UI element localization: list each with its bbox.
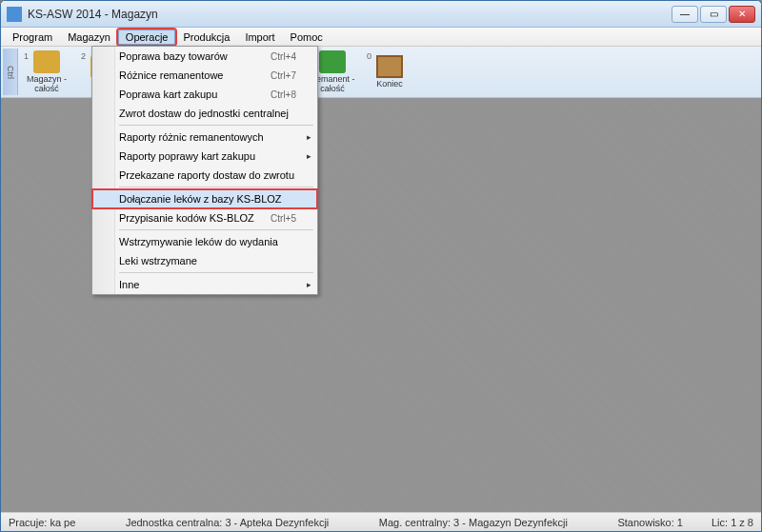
chevron-right-icon: ▸ [307, 151, 311, 161]
toolbar-num: 2 [81, 51, 86, 61]
toolbar-label: Magazyn - całość [20, 75, 73, 94]
dropdown-item[interactable]: Różnice remanentoweCtrl+7 [92, 66, 317, 85]
chevron-right-icon: ▸ [307, 280, 311, 289]
toolbar-num: 0 [367, 51, 371, 61]
menu-program[interactable]: Program [5, 30, 60, 45]
minimize-button[interactable]: — [672, 6, 698, 23]
menu-pomoc[interactable]: Pomoc [283, 30, 331, 45]
menu-import[interactable]: Import [237, 30, 282, 45]
close-button[interactable]: ✕ [729, 6, 755, 23]
maximize-button[interactable]: ▭ [700, 6, 727, 23]
dropdown-item[interactable]: Inne▸ [92, 275, 317, 294]
toolbar-num: 1 [24, 51, 29, 61]
status-user: Pracuje: ka pe [9, 517, 75, 528]
window-buttons: — ▭ ✕ [672, 6, 755, 23]
dropdown-item[interactable]: Zwrot dostaw do jednostki centralnej [92, 104, 317, 123]
dropdown-shortcut: Ctrl+5 [271, 213, 296, 224]
dropdown-label: Różnice remanentowe [119, 69, 271, 81]
titlebar: KS-ASW 2014 - Magazyn — ▭ ✕ [1, 1, 761, 28]
dropdown-label: Poprawa bazy towarów [119, 50, 271, 62]
status-station: Stanowisko: 1 [617, 517, 682, 528]
dropdown-label: Leki wstrzymane [119, 255, 296, 266]
dropdown-item[interactable]: Poprawa kart zakupuCtrl+8 [92, 85, 317, 104]
toolbar-button-0[interactable]: 0Koniec [362, 49, 417, 95]
dropdown-item[interactable]: Dołączanie leków z bazy KS-BLOZ [92, 189, 317, 208]
ctrl-indicator: Ctrl [3, 49, 18, 95]
app-icon [7, 7, 22, 22]
dropdown-shortcut: Ctrl+4 [271, 51, 296, 62]
menu-operacje[interactable]: Operacje [118, 30, 176, 45]
dropdown-shortcut: Ctrl+7 [271, 70, 296, 81]
dropdown-label: Raporty poprawy kart zakupu [119, 150, 296, 162]
dropdown-item[interactable]: Przypisanie kodów KS-BLOZCtrl+5 [92, 208, 317, 227]
dropdown-items: Poprawa bazy towarówCtrl+4Różnice remane… [92, 47, 317, 294]
dropdown-label: Poprawa kart zakupu [119, 89, 271, 100]
dropdown-label: Wstrzymywanie leków do wydania [119, 236, 296, 247]
dropdown-label: Zwrot dostaw do jednostki centralnej [119, 108, 296, 119]
menubar: ProgramMagazynOperacjeProdukcjaImportPom… [1, 28, 761, 47]
dropdown-label: Raporty różnic remanentowych [119, 131, 296, 143]
dropdown-shortcut: Ctrl+8 [271, 89, 296, 100]
chevron-right-icon: ▸ [307, 132, 311, 142]
status-central-unit: Jednostka centralna: 3 - Apteka Dezynfek… [126, 517, 329, 528]
window-title: KS-ASW 2014 - Magazyn [28, 8, 672, 21]
statusbar: Pracuje: ka pe Jednostka centralna: 3 - … [1, 512, 761, 531]
toolbar-label: Koniec [376, 80, 403, 89]
status-mag-central: Mag. centralny: 3 - Magazyn Dezynfekcji [379, 517, 568, 528]
dropdown-item[interactable]: Raporty różnic remanentowych▸ [92, 128, 317, 147]
menu-magazyn[interactable]: Magazyn [60, 30, 118, 45]
dropdown-separator [119, 125, 313, 126]
operacje-dropdown: Poprawa bazy towarówCtrl+4Różnice remane… [91, 46, 318, 295]
menu-produkcja[interactable]: Produkcja [175, 30, 237, 45]
dropdown-label: Inne [119, 279, 296, 290]
dropdown-label: Dołączanie leków z bazy KS-BLOZ [119, 193, 296, 205]
dropdown-label: Przekazane raporty dostaw do zwrotu [119, 169, 296, 181]
dropdown-separator [119, 272, 313, 273]
dropdown-item[interactable]: Wstrzymywanie leków do wydania [92, 232, 317, 251]
dropdown-item[interactable]: Poprawa bazy towarówCtrl+4 [92, 47, 317, 66]
door-icon [376, 55, 403, 78]
dropdown-label: Przypisanie kodów KS-BLOZ [119, 212, 271, 224]
dropdown-item[interactable]: Leki wstrzymane [92, 251, 317, 270]
dropdown-separator [119, 229, 313, 230]
dropdown-item[interactable]: Przekazane raporty dostaw do zwrotu [92, 166, 317, 185]
green-icon [319, 50, 346, 73]
status-lic: Lic: 1 z 8 [712, 517, 753, 528]
toolbar-button-1[interactable]: 1Magazyn - całość [19, 49, 74, 95]
dropdown-separator [119, 187, 313, 187]
dropdown-item[interactable]: Raporty poprawy kart zakupu▸ [92, 147, 317, 166]
box-icon [33, 50, 60, 73]
